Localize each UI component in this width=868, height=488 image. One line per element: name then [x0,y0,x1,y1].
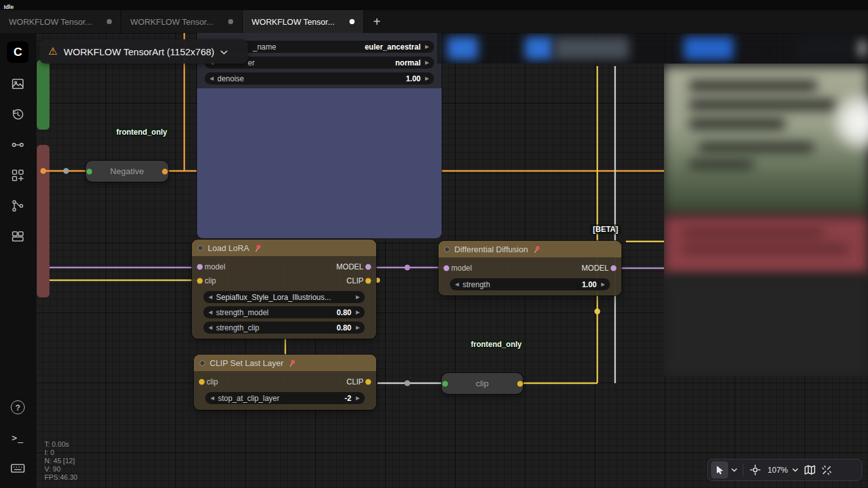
zoom-level[interactable]: 107% [764,466,790,475]
clip-collapsed-node[interactable]: clip [442,373,523,394]
terminal-icon[interactable]: >_ [5,430,31,446]
offscreen-node-green-edge [37,60,50,130]
tab-workflow-2[interactable]: WORKFLOW Tensor... [121,10,243,33]
output-slot-dot[interactable] [517,381,523,386]
model-input-dot[interactable] [197,264,203,270]
collapse-toggle-icon[interactable] [198,245,203,251]
app-window: Idle WORKFLOW Tensor... WORKFLOW Tensor.… [0,0,868,488]
increment-arrow-icon[interactable]: ▶ [353,309,362,315]
unsaved-indicator-icon [349,19,355,24]
next-arrow-icon[interactable]: ▶ [423,44,431,50]
node-library-icon[interactable] [5,198,31,214]
sidebar-bottom-group: ? >_ [5,399,31,488]
input-slot-dot[interactable] [86,168,92,174]
tab-workflow-1[interactable]: WORKFLOW Tensor... [0,10,121,33]
unsaved-indicator-icon [107,19,112,24]
tab-workflow-3-active[interactable]: WORKFLOW Tensor... [243,10,364,33]
input-slot-dot[interactable] [442,381,448,386]
collapse-toggle-icon[interactable] [200,360,205,366]
slot-row-clip: clip CLIP [194,375,376,389]
node-title: CLIP Set Last Layer [210,358,283,368]
increment-arrow-icon[interactable]: ▶ [599,281,607,287]
sampler-node-body [197,88,442,238]
toggle-links-button[interactable] [818,461,836,478]
prev-arrow-icon[interactable]: ◀ [206,294,215,300]
reroute-dot [595,309,600,315]
output-label: MODEL [581,264,609,273]
widget-strength[interactable]: ◀ strength 1.00 ▶ [450,278,610,290]
history-icon[interactable] [5,106,31,123]
model-output-dot[interactable] [611,266,616,271]
clip-output-dot[interactable] [365,379,371,385]
workflow-title-pill[interactable]: ⚠ WORKFLOW TensorArt (1152x768) [39,39,248,64]
next-arrow-icon[interactable]: ▶ [353,294,362,300]
model-input-dot[interactable] [444,266,449,271]
widget-stop-at-clip-layer[interactable]: ◀ stop_at_clip_layer -2 ▶ [205,392,365,404]
slot-row-clip: clip CLIP [192,274,376,288]
clip-input-dot[interactable] [199,379,205,385]
node-title: Differential Diffusion [454,245,528,254]
increment-arrow-icon[interactable]: ▶ [353,395,362,401]
widget-lora-name[interactable]: ◀ Sepiaflux_Style_Lora_Illustrious... ▶ [203,291,365,303]
differential-diffusion-node[interactable]: Differential Diffusion model MODEL ◀ str… [438,241,621,295]
decrement-arrow-icon[interactable]: ◀ [208,395,217,401]
help-icon[interactable]: ? [5,399,31,416]
node-header[interactable]: Load LoRA [192,240,376,256]
fit-view-button[interactable] [747,461,764,478]
next-arrow-icon[interactable]: ▶ [423,60,431,65]
decrement-arrow-icon[interactable]: ◀ [206,325,215,330]
decrement-arrow-icon[interactable]: ◀ [206,309,215,315]
node-link-icon[interactable] [5,137,31,153]
clip-set-last-layer-node[interactable]: CLIP Set Last Layer clip CLIP ◀ stop_at_… [194,355,376,410]
increment-arrow-icon[interactable]: ▶ [353,325,362,330]
status-strip: Idle [0,0,868,10]
widget-label: Sepiaflux_Style_Lora_Illustrious... [216,293,353,302]
widget-denoise[interactable]: ◀ denoise 1.00 ▶ [205,72,434,85]
comfyui-logo[interactable]: C [7,41,29,63]
stat-nodes: N: 45 [12] [44,457,78,465]
clip-output-dot[interactable] [365,278,371,284]
reroute-dot [405,265,410,271]
pointer-tool-button[interactable] [711,461,728,478]
node-header[interactable]: CLIP Set Last Layer [194,355,376,371]
load-lora-node[interactable]: Load LoRA model MODEL clip CLIP ◀ Sepiaf… [192,240,376,339]
negative-collapsed-node[interactable]: Negative [86,161,168,182]
blurred-preview-panel [664,64,868,376]
collapse-toggle-icon[interactable] [444,247,450,252]
node-header[interactable]: Differential Diffusion [438,241,621,257]
model-output-dot[interactable] [365,264,371,270]
widget-value: 0.80 [337,323,353,332]
tool-dropdown-chevron-icon[interactable] [728,461,740,478]
increment-arrow-icon[interactable]: ▶ [423,76,431,81]
node-title: clip [476,379,489,388]
stat-time: T: 0.00s [44,440,78,449]
node-canvas[interactable]: ◀ _name euler_ancestral ▶ ◀ er normal ▶ … [36,33,868,488]
model-library-icon[interactable] [5,167,31,184]
canvas-toolbar: 107% [707,459,862,481]
decrement-arrow-icon[interactable]: ◀ [207,76,216,81]
decrement-arrow-icon[interactable]: ◀ [452,281,461,287]
new-workflow-tab-button[interactable]: + [364,10,390,33]
node-header-hidden [197,33,442,37]
output-slot-dot[interactable] [162,168,168,174]
queue-image-icon[interactable] [5,76,31,92]
zoom-dropdown-chevron-icon[interactable] [790,461,801,478]
output-label: MODEL [336,262,363,271]
widget-strength-model[interactable]: ◀ strength_model 0.80 ▶ [203,306,365,318]
input-label: model [205,262,226,271]
stat-fps: FPS:46.30 [44,473,78,482]
clip-input-dot[interactable] [197,278,203,284]
workflow-templates-icon[interactable] [5,228,31,245]
output-label: CLIP [346,377,363,386]
minimap-toggle-button[interactable] [801,461,818,478]
widget-label: strength_clip [216,323,259,332]
widget-label: stop_at_clip_layer [218,394,280,403]
widget-strength-clip[interactable]: ◀ strength_clip 0.80 ▶ [203,322,365,334]
reroute-dot [405,381,410,386]
slot-row-model: model MODEL [438,261,621,275]
tab-label: WORKFLOW Tensor... [252,17,344,27]
widget-value: 1.00 [406,74,423,83]
keyboard-shortcuts-icon[interactable] [5,460,31,477]
chevron-down-icon[interactable] [220,46,227,57]
stat-v: V: 90 [44,465,78,473]
